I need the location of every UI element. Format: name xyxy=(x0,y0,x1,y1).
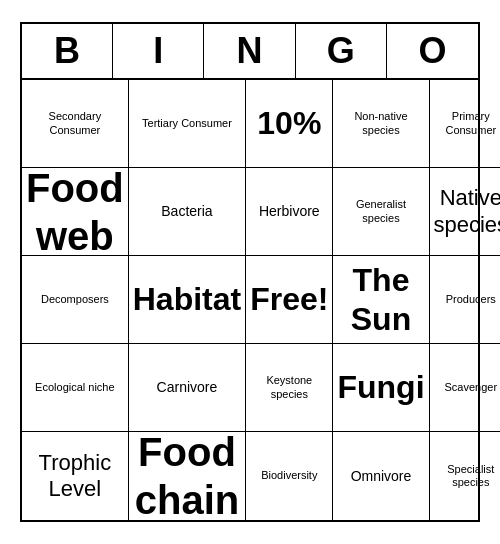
cell-text: Trophic Level xyxy=(26,450,124,503)
cell-text: Food web xyxy=(26,164,124,260)
bingo-cell: Primary Consumer xyxy=(430,80,500,168)
cell-text: The Sun xyxy=(337,261,424,338)
bingo-grid: Secondary ConsumerTertiary Consumer10%No… xyxy=(22,80,478,520)
cell-text: Fungi xyxy=(337,368,424,406)
cell-text: Non-native species xyxy=(337,110,424,136)
bingo-cell: Biodiversity xyxy=(246,432,333,520)
bingo-cell: Food web xyxy=(22,168,129,256)
cell-text: Biodiversity xyxy=(261,469,317,482)
bingo-cell: Fungi xyxy=(333,344,429,432)
bingo-cell: The Sun xyxy=(333,256,429,344)
cell-text: Omnivore xyxy=(351,468,412,485)
header-letter: I xyxy=(113,24,204,78)
cell-text: Native species xyxy=(434,185,500,238)
bingo-cell: Decomposers xyxy=(22,256,129,344)
bingo-cell: Keystone species xyxy=(246,344,333,432)
cell-text: Primary Consumer xyxy=(434,110,500,136)
bingo-cell: Bacteria xyxy=(129,168,246,256)
bingo-cell: Food chain xyxy=(129,432,246,520)
bingo-cell: Omnivore xyxy=(333,432,429,520)
bingo-cell: Herbivore xyxy=(246,168,333,256)
cell-text: Scavenger xyxy=(445,381,498,394)
cell-text: Secondary Consumer xyxy=(26,110,124,136)
cell-text: 10% xyxy=(257,104,321,142)
header-letter: N xyxy=(204,24,295,78)
bingo-cell: Free! xyxy=(246,256,333,344)
cell-text: Producers xyxy=(446,293,496,306)
cell-text: Herbivore xyxy=(259,203,320,220)
cell-text: Specialist species xyxy=(434,463,500,489)
cell-text: Ecological niche xyxy=(35,381,115,394)
cell-text: Tertiary Consumer xyxy=(142,117,232,130)
header-letter: G xyxy=(296,24,387,78)
cell-text: Free! xyxy=(250,280,328,318)
cell-text: Food chain xyxy=(133,428,241,524)
cell-text: Keystone species xyxy=(250,374,328,400)
bingo-cell: Trophic Level xyxy=(22,432,129,520)
bingo-cell: Producers xyxy=(430,256,500,344)
bingo-cell: 10% xyxy=(246,80,333,168)
bingo-cell: Native species xyxy=(430,168,500,256)
bingo-cell: Scavenger xyxy=(430,344,500,432)
bingo-header: BINGO xyxy=(22,24,478,80)
bingo-cell: Carnivore xyxy=(129,344,246,432)
cell-text: Decomposers xyxy=(41,293,109,306)
bingo-cell: Habitat xyxy=(129,256,246,344)
bingo-card: BINGO Secondary ConsumerTertiary Consume… xyxy=(20,22,480,522)
header-letter: O xyxy=(387,24,478,78)
bingo-cell: Non-native species xyxy=(333,80,429,168)
cell-text: Generalist species xyxy=(337,198,424,224)
cell-text: Carnivore xyxy=(157,379,218,396)
header-letter: B xyxy=(22,24,113,78)
bingo-cell: Secondary Consumer xyxy=(22,80,129,168)
bingo-cell: Ecological niche xyxy=(22,344,129,432)
bingo-cell: Generalist species xyxy=(333,168,429,256)
cell-text: Habitat xyxy=(133,280,241,318)
bingo-cell: Tertiary Consumer xyxy=(129,80,246,168)
bingo-cell: Specialist species xyxy=(430,432,500,520)
cell-text: Bacteria xyxy=(161,203,212,220)
